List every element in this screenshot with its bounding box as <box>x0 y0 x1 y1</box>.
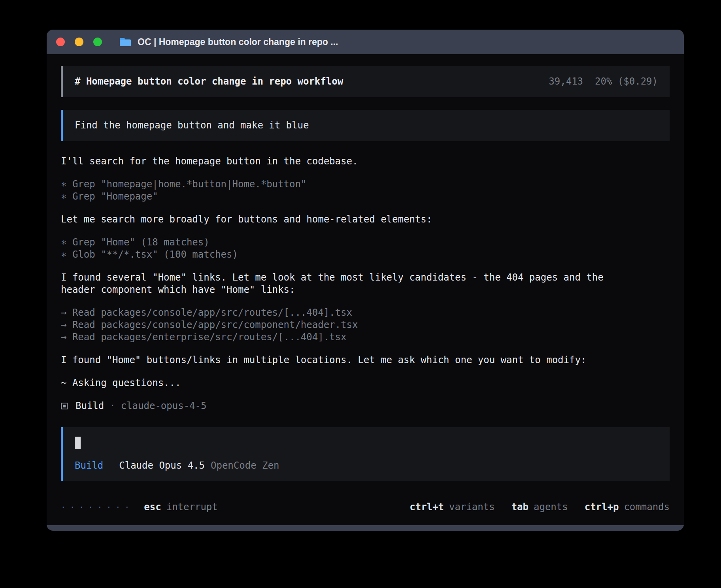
assistant-transcript: I'll search for the homepage button in t… <box>61 155 670 412</box>
tool-call-group: ∗ Grep "Home" (18 matches) ∗ Glob "**/*.… <box>61 236 670 261</box>
tool-call-read: → Read packages/enterprise/src/routes/[.… <box>61 331 670 343</box>
assistant-text: I'll search for the homepage button in t… <box>61 155 670 168</box>
separator-dot: · <box>109 400 115 412</box>
window-title: OC | Homepage button color change in rep… <box>138 37 338 47</box>
mode-label: Build <box>75 460 103 472</box>
key-tab: tab <box>511 501 528 513</box>
shortcut-variants: ctrl+t variants <box>410 501 495 513</box>
terminal-window: OC | Homepage button color change in rep… <box>47 30 684 531</box>
assistant-text: I found "Home" buttons/links in multiple… <box>61 354 670 366</box>
hint-variants: variants <box>449 501 495 513</box>
traffic-lights <box>56 38 102 46</box>
statusbar-right: ctrl+t variants tab agents ctrl+p comman… <box>410 501 670 513</box>
key-ctrl-t: ctrl+t <box>410 501 444 513</box>
context-cost: 20% ($0.29) <box>595 75 658 88</box>
session-header: # Homepage button color change in repo w… <box>61 66 670 97</box>
tool-call-read: → Read packages/console/app/src/routes/[… <box>61 307 670 319</box>
shortcut-agents: tab agents <box>511 501 568 513</box>
agent-name: Build <box>75 400 104 412</box>
statusbar-left: ········ esc interrupt <box>61 501 218 513</box>
tool-call-grep: ∗ Grep "homepage|home.*button|Home.*butt… <box>61 178 670 190</box>
progress-dots: ········ <box>61 501 134 513</box>
window-titlebar[interactable]: OC | Homepage button color change in rep… <box>47 30 684 54</box>
folder-icon <box>119 37 131 47</box>
prompt-input[interactable]: Build Claude Opus 4.5 OpenCode Zen <box>61 427 670 481</box>
hint-interrupt: interrupt <box>166 501 218 513</box>
status-bar: ········ esc interrupt ctrl+t variants t… <box>61 501 670 513</box>
token-count: 39,413 <box>549 75 583 88</box>
provider-label: OpenCode Zen <box>211 460 279 472</box>
user-message-text: Find the homepage button and make it blu… <box>75 120 309 131</box>
agent-model: claude-opus-4-5 <box>121 400 207 412</box>
text-cursor <box>75 437 81 449</box>
zoom-button[interactable] <box>93 38 102 46</box>
square-dot-icon <box>61 403 68 409</box>
terminal-content: # Homepage button color change in repo w… <box>47 54 684 525</box>
hint-commands: commands <box>624 501 670 513</box>
hint-agents: agents <box>534 501 568 513</box>
tool-call-glob: ∗ Glob "**/*.tsx" (100 matches) <box>61 249 670 261</box>
assistant-text: I found several "Home" links. Let me loo… <box>61 271 618 296</box>
tool-call-grep: ∗ Grep "Home" (18 matches) <box>61 236 670 249</box>
key-ctrl-p: ctrl+p <box>585 501 619 513</box>
session-stats: 39,413 20% ($0.29) <box>549 75 658 88</box>
model-label: Claude Opus 4.5 <box>119 460 205 472</box>
session-title: # Homepage button color change in repo w… <box>75 75 343 88</box>
assistant-text: Let me search more broadly for buttons a… <box>61 213 670 226</box>
user-message: Find the homepage button and make it blu… <box>61 110 670 141</box>
key-esc: esc <box>144 501 161 513</box>
tool-call-grep: ∗ Grep "Homepage" <box>61 190 670 203</box>
tool-call-group: → Read packages/console/app/src/routes/[… <box>61 307 670 343</box>
shortcut-interrupt: esc interrupt <box>144 501 217 513</box>
shortcut-commands: ctrl+p commands <box>585 501 670 513</box>
status-text: ~ Asking questions... <box>61 377 670 389</box>
input-statusline: Build Claude Opus 4.5 OpenCode Zen <box>75 460 658 472</box>
tool-call-group: ∗ Grep "homepage|home.*button|Home.*butt… <box>61 178 670 203</box>
tool-call-read: → Read packages/console/app/src/componen… <box>61 319 670 331</box>
close-button[interactable] <box>56 38 65 46</box>
minimize-button[interactable] <box>75 38 83 46</box>
agent-status-line: Build · claude-opus-4-5 <box>61 400 670 412</box>
